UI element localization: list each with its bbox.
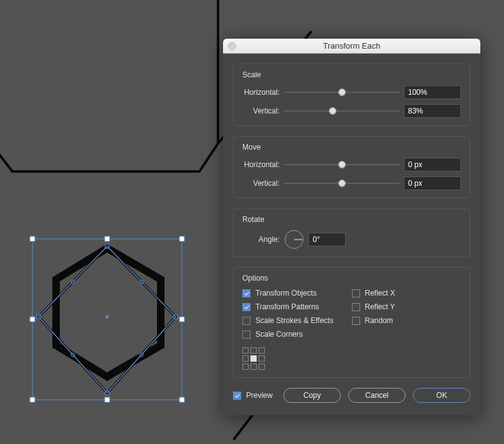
scale-horizontal-input[interactable]: [404, 85, 461, 99]
svg-rect-13: [105, 397, 110, 402]
cancel-button[interactable]: Cancel: [348, 388, 406, 403]
svg-rect-10: [30, 397, 35, 402]
ok-button[interactable]: OK: [413, 388, 470, 403]
option-reflect-x[interactable]: Reflect X: [352, 289, 462, 297]
svg-rect-15: [179, 317, 184, 322]
dialog-title: Transform Each: [323, 41, 381, 51]
angle-input[interactable]: [308, 233, 346, 246]
move-vertical-label: Vertical:: [242, 179, 280, 188]
scale-group: Scale Horizontal: Vertical:: [233, 64, 470, 126]
svg-point-6: [106, 316, 109, 319]
transform-each-dialog: Transform Each Scale Horizontal: Vertica…: [223, 39, 480, 415]
svg-rect-8: [30, 236, 35, 241]
anchor-dot-5[interactable]: [259, 355, 265, 362]
option-random[interactable]: Random: [352, 316, 462, 325]
option-scale-corners[interactable]: Scale Corners: [242, 330, 352, 339]
options-title: Options: [242, 274, 461, 282]
options-group: Options Transform ObjectsReflect XTransf…: [233, 267, 470, 378]
anchor-dot-8[interactable]: [259, 364, 265, 370]
move-horizontal-label: Horizontal:: [242, 160, 280, 169]
scale-vertical-label: Vertical:: [242, 107, 280, 115]
option-label: Transform Objects: [255, 289, 316, 297]
anchor-point-selector[interactable]: [242, 347, 461, 370]
preview-label: Preview: [246, 391, 273, 400]
move-horizontal-input[interactable]: [404, 158, 461, 171]
option-reflect-y[interactable]: Reflect Y: [352, 302, 462, 311]
move-vertical-slider[interactable]: [283, 179, 400, 188]
option-transform-objects[interactable]: Transform Objects: [242, 289, 352, 297]
option-scale-strokes-effects[interactable]: Scale Strokes & Effects: [242, 316, 352, 325]
rotate-angle-label: Angle:: [242, 235, 280, 244]
move-group: Move Horizontal: Vertical:: [233, 136, 470, 198]
anchor-dot-0[interactable]: [242, 347, 249, 354]
option-label: Reflect X: [365, 289, 396, 297]
scale-vertical-slider[interactable]: [283, 107, 400, 115]
anchor-dot-1[interactable]: [250, 347, 257, 354]
svg-rect-11: [179, 397, 184, 402]
scale-vertical-input[interactable]: [404, 104, 461, 118]
anchor-dot-2[interactable]: [259, 347, 265, 354]
rotate-title: Rotate: [242, 215, 461, 224]
scale-horizontal-label: Horizontal:: [242, 88, 280, 97]
checkbox-icon: [352, 289, 360, 297]
checkbox-icon: [242, 331, 250, 339]
anchor-dot-3[interactable]: [242, 355, 249, 362]
move-vertical-input[interactable]: [404, 176, 461, 190]
checkbox-icon: [242, 289, 250, 297]
checkbox-icon: [352, 303, 360, 311]
anchor-dot-4[interactable]: [250, 355, 257, 362]
move-horizontal-slider[interactable]: [283, 160, 400, 169]
checkbox-icon: [352, 317, 360, 325]
checkbox-icon: [242, 303, 250, 311]
checkbox-icon: [242, 317, 250, 325]
angle-dial[interactable]: [285, 230, 303, 249]
option-label: Scale Corners: [255, 330, 303, 339]
option-label: Reflect Y: [365, 302, 395, 311]
svg-rect-9: [179, 236, 184, 241]
option-transform-patterns[interactable]: Transform Patterns: [242, 302, 352, 311]
scale-horizontal-slider[interactable]: [283, 88, 400, 97]
rotate-group: Rotate Angle:: [233, 208, 470, 257]
anchor-dot-7[interactable]: [250, 364, 257, 370]
option-label: Scale Strokes & Effects: [255, 316, 333, 325]
scale-title: Scale: [242, 70, 461, 79]
svg-rect-14: [30, 317, 35, 322]
anchor-dot-6[interactable]: [242, 364, 249, 370]
svg-rect-12: [105, 236, 110, 241]
titlebar[interactable]: Transform Each: [223, 39, 480, 54]
option-label: Transform Patterns: [255, 302, 319, 311]
option-label: Random: [365, 316, 393, 325]
preview-checkbox[interactable]: Preview: [233, 391, 273, 400]
copy-button[interactable]: Copy: [283, 388, 341, 403]
move-title: Move: [242, 143, 461, 152]
